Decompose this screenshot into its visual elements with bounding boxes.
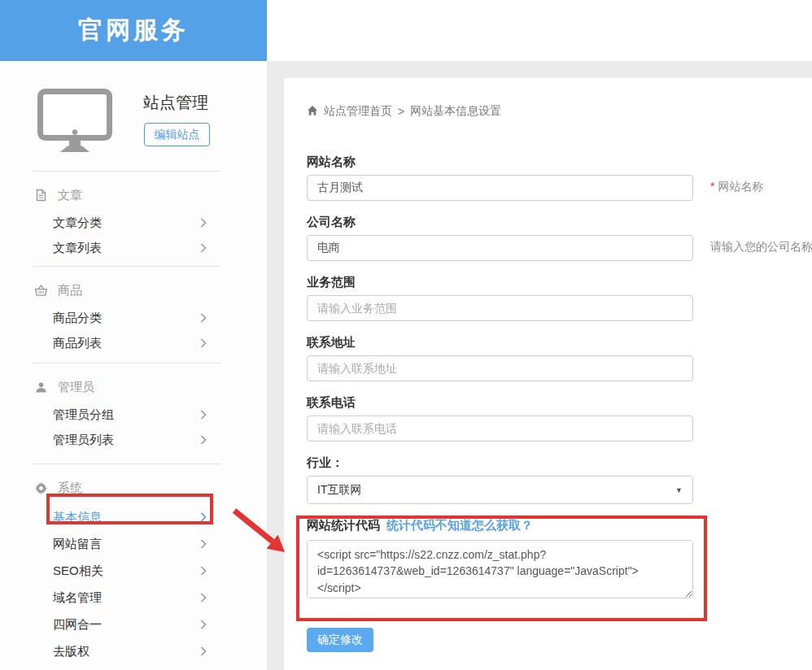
field-website-name: 网站名称 *网站名称 [307,154,693,201]
sidebar-section-label: 管理员 [58,380,94,395]
company-name-input[interactable] [307,235,693,261]
business-scope-label: 业务范围 [307,275,693,289]
website-name-hint: *网站名称 [710,180,763,194]
stats-code-textarea[interactable]: <script src="https://s22.cnzz.com/z_stat… [307,540,693,598]
required-star: * [710,180,714,193]
field-business-scope: 业务范围 [307,275,693,321]
divider [33,463,221,464]
industry-select[interactable]: IT互联网 ▼ [307,476,693,504]
divider [33,266,221,267]
contact-phone-input[interactable] [307,415,693,442]
sidebar-item-label: 商品分类 [53,311,102,326]
chevron-right-icon [200,618,207,632]
stats-code-section: 网站统计代码 统计代码不知道怎么获取？ <script src="https:/… [307,518,812,598]
sidebar-item-basic-info[interactable]: 基本信息 [0,504,267,531]
field-company-name: 公司名称 请输入您的公司名称 [307,215,693,261]
company-name-hint: 请输入您的公司名称 [710,240,812,255]
basket-icon [34,284,48,297]
edit-site-button[interactable]: 编辑站点 [144,123,210,146]
sidebar-item-label: 文章分类 [53,215,102,231]
chevron-right-icon [200,645,207,659]
sidebar-section-label: 系统 [58,481,82,496]
sidebar-item-product-category[interactable]: 商品分类 [0,306,267,331]
sidebar-item-label: 网站留言 [53,537,102,552]
sidebar-item-label: 四网合一 [53,617,102,633]
dropdown-arrow-icon: ▼ [675,486,683,494]
confirm-modify-button[interactable]: 确定修改 [307,628,373,652]
sidebar-item-article-category[interactable]: 文章分类 [0,211,267,236]
chevron-right-icon [200,337,207,350]
chevron-right-icon [200,591,207,605]
field-contact-phone: 联系电话 [307,395,693,442]
chevron-right-icon [200,408,207,422]
basic-info-form: 网站名称 *网站名称 公司名称 请输入您的公司名称 业务范围 联系地址 [307,154,812,652]
industry-label: 行业： [307,455,693,470]
chevron-right-icon [200,511,207,524]
sidebar-item-label: 管理员列表 [53,433,114,448]
divider [33,363,221,363]
sidebar-item-label: 基本信息 [53,510,102,525]
sidebar-section-admins: 管理员 [0,377,267,397]
field-contact-address: 联系地址 [307,335,693,381]
breadcrumb-home-link[interactable]: 站点管理首页 [324,104,392,119]
breadcrumb: 站点管理首页 > 网站基本信息设置 [307,104,812,119]
sidebar-item-domain-management[interactable]: 域名管理 [0,585,267,611]
sidebar-item-article-list[interactable]: 文章列表 [0,236,267,261]
sidebar: 站点管理 编辑站点 文章 文章分类 文章列表 [0,61,267,670]
user-icon [34,381,48,394]
sidebar-item-remove-copyright[interactable]: 去版权 [0,638,267,665]
sidebar-item-label: 商品列表 [53,336,102,351]
app-title: 官网服务 [78,14,189,47]
site-profile: 站点管理 编辑站点 [0,61,267,171]
breadcrumb-current: 网站基本信息设置 [410,104,501,119]
chevron-right-icon [200,564,207,578]
contact-phone-label: 联系电话 [307,395,693,410]
chevron-right-icon [200,216,207,230]
monitor-icon [37,89,112,157]
site-management-title: 站点管理 [143,92,208,114]
sidebar-section-articles: 文章 [0,185,267,205]
chevron-right-icon [200,433,207,447]
sidebar-section-label: 商品 [58,283,82,298]
sidebar-item-admin-list[interactable]: 管理员列表 [0,428,267,453]
sidebar-item-label: 域名管理 [53,590,102,606]
sidebar-section-products: 商品 [0,281,267,300]
stats-code-help-link[interactable]: 统计代码不知道怎么获取？ [386,518,533,533]
sidebar-item-four-in-one[interactable]: 四网合一 [0,611,267,638]
chevron-right-icon [200,241,207,255]
chevron-right-icon [200,537,207,551]
document-icon [34,189,48,202]
sidebar-section-label: 文章 [58,188,82,203]
sidebar-item-seo[interactable]: SEO相关 [0,558,267,585]
breadcrumb-separator: > [398,105,404,118]
sidebar-item-admin-groups[interactable]: 管理员分组 [0,402,267,428]
app-header: 官网服务 [0,0,267,61]
gear-icon [34,482,48,494]
chevron-right-icon [200,311,207,325]
field-industry: 行业： IT互联网 ▼ [307,455,693,504]
divider [33,171,221,172]
sidebar-item-product-list[interactable]: 商品列表 [0,331,267,356]
sidebar-item-label: 去版权 [53,644,89,659]
industry-selected-value: IT互联网 [317,483,361,498]
home-icon [307,105,318,119]
contact-address-input[interactable] [307,355,693,381]
sidebar-item-label: SEO相关 [53,563,103,579]
stats-code-label: 网站统计代码 [307,518,380,533]
main-content: 站点管理首页 > 网站基本信息设置 网站名称 *网站名称 公司名称 请输入您的公… [284,78,812,670]
company-name-label: 公司名称 [307,215,693,229]
website-name-label: 网站名称 [307,154,693,169]
sidebar-item-site-messages[interactable]: 网站留言 [0,531,267,558]
business-scope-input[interactable] [307,295,693,321]
sidebar-item-label: 管理员分组 [53,407,114,423]
website-name-input[interactable] [307,175,693,201]
contact-address-label: 联系地址 [307,335,693,350]
sidebar-item-label: 文章列表 [53,241,102,256]
sidebar-section-system: 系统 [0,478,267,498]
